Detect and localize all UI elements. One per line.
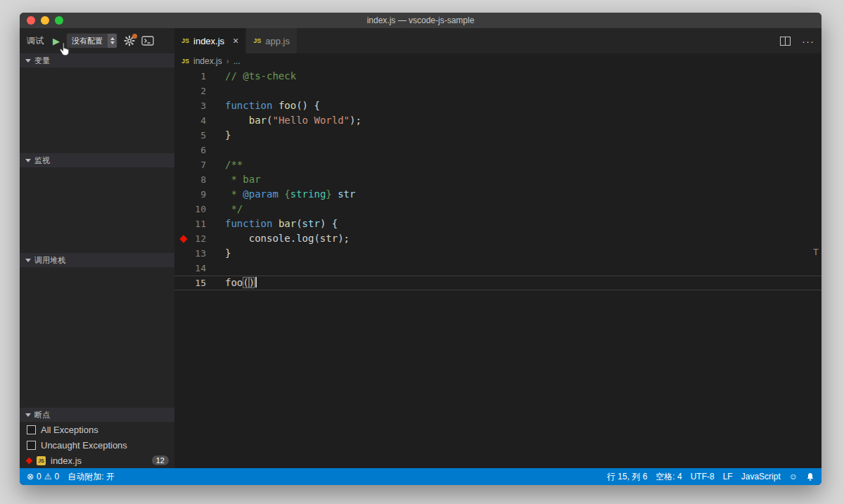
auto-attach-status[interactable]: 自动附加: 开: [68, 471, 115, 483]
debug-console-icon[interactable]: [141, 36, 154, 46]
section-header-2[interactable]: 监视: [20, 153, 174, 167]
breakpoint-row[interactable]: Uncaught Exceptions: [20, 437, 174, 453]
code-text: * bar: [225, 172, 261, 187]
section-header-1[interactable]: 变量: [20, 53, 174, 67]
indent-setting[interactable]: 空格: 4: [656, 471, 682, 483]
section-header-4[interactable]: 断点: [20, 408, 174, 422]
code-line-13[interactable]: 13}: [174, 246, 821, 261]
minimize-window-button[interactable]: [41, 16, 49, 25]
more-actions-icon[interactable]: ···: [802, 36, 814, 46]
split-editor-icon[interactable]: [780, 37, 791, 46]
code-text: /**: [225, 157, 243, 172]
code-text: bar("Hello World");: [225, 113, 362, 128]
code-text: }: [225, 246, 231, 261]
code-text: * @param {string} str: [225, 187, 355, 202]
breakpoint-row[interactable]: JSindex.js12: [20, 453, 174, 468]
line-number[interactable]: 2: [174, 84, 206, 98]
start-debug-icon[interactable]: ▶: [53, 37, 60, 46]
line-number[interactable]: 7: [174, 157, 206, 172]
tab-app.js[interactable]: JSapp.js: [246, 28, 298, 53]
breakpoint-row[interactable]: All Exceptions: [20, 422, 174, 437]
line-number[interactable]: 6: [174, 143, 206, 157]
code-line-14[interactable]: 14: [174, 261, 821, 276]
breakpoint-dot-icon: [26, 457, 33, 464]
breakpoint-count-badge: 12: [152, 455, 169, 465]
code-line-8[interactable]: 8 * bar: [174, 172, 821, 187]
debug-config-dropdown[interactable]: 没有配置: [66, 33, 117, 49]
section-label: 调用堆栈: [34, 255, 65, 266]
line-number[interactable]: 10: [174, 202, 206, 217]
code-line-11[interactable]: 11function bar(str) {: [174, 217, 821, 231]
section-label: 变量: [34, 56, 50, 66]
code-line-10[interactable]: 10 */: [174, 202, 821, 217]
breadcrumb-more[interactable]: ...: [234, 56, 241, 66]
code-line-7[interactable]: 7/**: [174, 157, 821, 172]
section-label: 断点: [34, 410, 50, 420]
code-line-12[interactable]: 12 console.log(str);: [174, 231, 821, 246]
breakpoint-label: index.js: [51, 455, 82, 466]
breadcrumb-file[interactable]: index.js: [193, 56, 222, 66]
code-text: console.log(str);: [225, 231, 350, 246]
tab-index.js[interactable]: JSindex.js×: [174, 28, 246, 53]
feedback-smiley-icon[interactable]: ☺: [789, 472, 798, 482]
close-tab-icon[interactable]: ×: [233, 35, 238, 46]
line-number[interactable]: 11: [174, 217, 206, 231]
code-line-9[interactable]: 9 * @param {string} str: [174, 187, 821, 202]
code-text: function bar(str) {: [225, 217, 338, 231]
code-line-5[interactable]: 5}: [174, 128, 821, 143]
code-line-15[interactable]: 15foo(): [174, 276, 821, 290]
code-text: }: [225, 128, 231, 143]
status-bar: ⊗ 0 ⚠ 0 自动附加: 开 行 15, 列 6 空格: 4 UTF-8 LF…: [20, 468, 821, 485]
problems-errors[interactable]: ⊗ 0 ⚠ 0: [27, 472, 59, 482]
code-text: // @ts-check: [225, 69, 296, 84]
line-number[interactable]: 9: [174, 187, 206, 202]
line-number[interactable]: 15: [174, 276, 206, 290]
tab-label: index.js: [193, 36, 224, 46]
section-header-3[interactable]: 调用堆栈: [20, 253, 174, 267]
notifications-bell-icon[interactable]: [806, 472, 814, 482]
code-text: function foo() {: [225, 98, 320, 113]
breadcrumb-separator-icon: ›: [226, 56, 229, 66]
cursor-position[interactable]: 行 15, 列 6: [607, 471, 647, 483]
line-number[interactable]: 4: [174, 113, 206, 128]
editor-group: JSindex.js×JSapp.js ··· JS index.js › ..…: [174, 28, 821, 468]
close-window-button[interactable]: [27, 16, 35, 25]
checkbox[interactable]: [27, 425, 36, 434]
line-number[interactable]: 5: [174, 128, 206, 143]
zoom-window-button[interactable]: [55, 16, 63, 25]
line-number[interactable]: 14: [174, 261, 206, 276]
line-number[interactable]: 13: [174, 246, 206, 261]
text-cursor: [255, 277, 257, 287]
status-left: ⊗ 0 ⚠ 0 自动附加: 开: [27, 471, 115, 483]
breadcrumb[interactable]: JS index.js › ...: [174, 53, 821, 69]
title-bar[interactable]: index.js — vscode-js-sample: [20, 13, 821, 28]
js-file-icon: JS: [253, 37, 261, 44]
notification-dot: [132, 34, 137, 39]
language-mode[interactable]: JavaScript: [741, 472, 781, 482]
configure-gear-icon[interactable]: [124, 35, 135, 46]
code-line-4[interactable]: 4 bar("Hello World");: [174, 113, 821, 128]
checkbox[interactable]: [27, 441, 36, 450]
line-number[interactable]: 3: [174, 98, 206, 113]
encoding[interactable]: UTF-8: [691, 472, 715, 482]
code-line-6[interactable]: 6: [174, 143, 821, 157]
code-area[interactable]: T 1// @ts-check23function foo() {4 bar("…: [174, 69, 821, 468]
tab-bar: JSindex.js×JSapp.js: [174, 28, 821, 53]
code-line-3[interactable]: 3function foo() {: [174, 98, 821, 113]
line-number[interactable]: 1: [174, 69, 206, 84]
collapse-arrow-icon: [25, 159, 31, 162]
code-text: foo(): [225, 276, 257, 290]
traffic-lights: [27, 16, 63, 25]
section-label: 监视: [34, 155, 50, 166]
js-file-icon: JS: [181, 58, 189, 65]
status-right: 行 15, 列 6 空格: 4 UTF-8 LF JavaScript ☺: [607, 471, 814, 483]
debug-toolbar: 调试 ▶ 没有配置: [20, 28, 174, 53]
error-icon: ⊗: [27, 472, 34, 482]
line-number[interactable]: 8: [174, 172, 206, 187]
eol-setting[interactable]: LF: [723, 472, 733, 482]
code-line-2[interactable]: 2: [174, 84, 821, 98]
code-text: */: [225, 202, 243, 217]
code-line-1[interactable]: 1// @ts-check: [174, 69, 821, 84]
main-area: 调试 ▶ 没有配置: [20, 28, 821, 468]
js-file-icon: JS: [181, 37, 189, 44]
